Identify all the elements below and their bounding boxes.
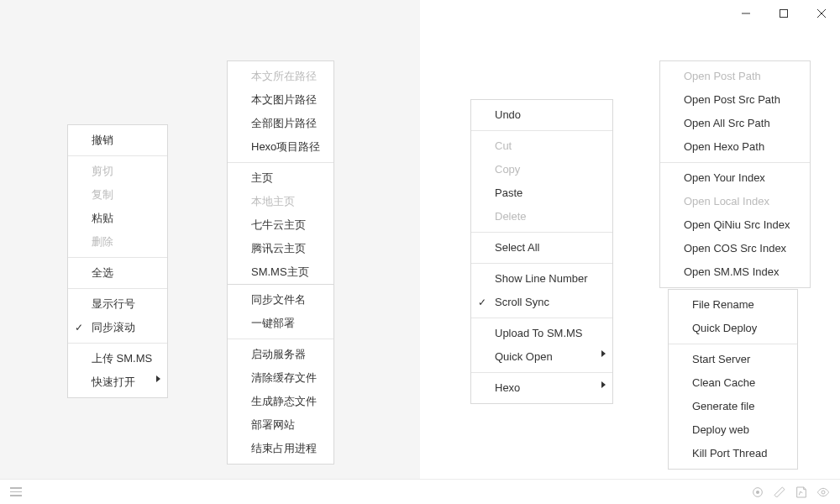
menu-item-open-local-index[interactable]: Open Local Index bbox=[660, 190, 810, 213]
context-menu-cn-deploy: 同步文件名 一键部署 启动服务器 清除缓存文件 生成静态文件 部署网站 结束占用… bbox=[227, 284, 334, 465]
menu-item-show-line-number[interactable]: Show Line Number bbox=[471, 267, 612, 291]
menu-item-open-your-index[interactable]: Open Your Index bbox=[660, 166, 810, 190]
menu-separator bbox=[471, 372, 612, 373]
menu-item-show-line-number[interactable]: 显示行号 bbox=[68, 292, 167, 316]
menu-separator bbox=[471, 232, 612, 233]
menu-item-open-post-src-path[interactable]: 本文图片路径 bbox=[228, 88, 333, 112]
menu-item-cut[interactable]: Cut bbox=[471, 134, 612, 158]
menu-item-open-cos-index[interactable]: 腾讯云主页 bbox=[228, 237, 333, 260]
menu-item-open-hexo-path[interactable]: Open Hexo Path bbox=[660, 135, 810, 159]
menu-item-copy[interactable]: 复制 bbox=[68, 183, 167, 207]
menu-item-open-smms-index[interactable]: SM.MS主页 bbox=[228, 260, 333, 284]
left-panel bbox=[0, 0, 420, 504]
status-bar bbox=[0, 479, 840, 504]
menu-item-generate-file[interactable]: 生成静态文件 bbox=[228, 390, 333, 413]
hamburger-icon[interactable] bbox=[10, 487, 22, 496]
menu-item-label: Hexo bbox=[495, 381, 520, 394]
eye-icon[interactable] bbox=[816, 486, 830, 499]
menu-item-delete[interactable]: 删除 bbox=[68, 230, 167, 254]
menu-item-open-local-index[interactable]: 本地主页 bbox=[228, 190, 333, 213]
menu-separator bbox=[228, 162, 333, 163]
menu-item-undo[interactable]: Undo bbox=[471, 103, 612, 127]
menu-item-quick-open[interactable]: 快速打开 bbox=[68, 370, 167, 394]
menu-item-open-post-path[interactable]: Open Post Path bbox=[660, 65, 810, 88]
menu-item-scroll-sync[interactable]: ✓ Scroll Sync bbox=[471, 291, 612, 314]
chevron-right-icon bbox=[601, 350, 606, 357]
menu-item-open-post-path[interactable]: 本文所在路径 bbox=[228, 65, 333, 88]
context-menu-cn-edit: 撤销 剪切 复制 粘贴 删除 全选 显示行号 ✓ 同步滚动 上传 SM.MS 快… bbox=[67, 124, 168, 398]
menu-item-open-qiniu-index[interactable]: Open QiNiu Src Index bbox=[660, 213, 810, 237]
context-menu-en-paths: Open Post Path Open Post Src Path Open A… bbox=[659, 60, 811, 288]
menu-item-open-hexo-path[interactable]: Hexo项目路径 bbox=[228, 135, 333, 159]
menu-item-paste[interactable]: 粘贴 bbox=[68, 207, 167, 230]
close-button[interactable] bbox=[802, 0, 840, 27]
menu-item-open-all-src-path[interactable]: 全部图片路径 bbox=[228, 112, 333, 135]
menu-separator bbox=[471, 263, 612, 264]
menu-separator bbox=[68, 257, 167, 258]
menu-item-label: Scroll Sync bbox=[495, 296, 549, 308]
svg-rect-1 bbox=[780, 10, 787, 18]
menu-item-kill-port[interactable]: 结束占用进程 bbox=[228, 437, 333, 460]
window-controls bbox=[727, 0, 840, 27]
menu-item-paste[interactable]: Paste bbox=[471, 181, 612, 205]
note-icon[interactable] bbox=[795, 486, 808, 499]
menu-item-label: 快速打开 bbox=[92, 375, 135, 388]
menu-item-open-post-src-path[interactable]: Open Post Src Path bbox=[660, 88, 810, 112]
menu-separator bbox=[471, 130, 612, 131]
svg-point-5 bbox=[756, 491, 759, 494]
menu-separator bbox=[228, 339, 333, 339]
menu-item-deploy-web[interactable]: Deploy web bbox=[669, 418, 797, 442]
menu-item-file-rename[interactable]: File Rename bbox=[669, 293, 797, 317]
menu-separator bbox=[471, 318, 612, 318]
menu-item-open-cos-index[interactable]: Open COS Src Index bbox=[660, 237, 810, 260]
menu-separator bbox=[660, 162, 810, 163]
check-icon: ✓ bbox=[478, 294, 486, 311]
menu-item-cut[interactable]: 剪切 bbox=[68, 160, 167, 183]
menu-separator bbox=[68, 155, 167, 156]
edit-icon[interactable] bbox=[773, 486, 786, 499]
menu-item-clean-cache[interactable]: Clean Cache bbox=[669, 371, 797, 395]
menu-item-generate-file[interactable]: Generate file bbox=[669, 395, 797, 418]
menu-item-label: Quick Open bbox=[495, 350, 553, 363]
menu-item-open-all-src-path[interactable]: Open All Src Path bbox=[660, 112, 810, 135]
menu-item-select-all[interactable]: 全选 bbox=[68, 261, 167, 285]
menu-item-hexo[interactable]: Hexo bbox=[471, 376, 612, 400]
check-icon: ✓ bbox=[75, 319, 83, 336]
menu-item-quick-deploy[interactable]: Quick Deploy bbox=[669, 317, 797, 340]
menu-item-quick-open[interactable]: Quick Open bbox=[471, 345, 612, 369]
svg-point-6 bbox=[822, 491, 825, 494]
menu-item-start-server[interactable]: 启动服务器 bbox=[228, 343, 333, 366]
menu-item-copy[interactable]: Copy bbox=[471, 158, 612, 181]
menu-item-select-all[interactable]: Select All bbox=[471, 236, 612, 260]
menu-item-deploy-web[interactable]: 部署网站 bbox=[228, 413, 333, 437]
menu-item-open-smms-index[interactable]: Open SM.MS Index bbox=[660, 260, 810, 284]
menu-item-clean-cache[interactable]: 清除缓存文件 bbox=[228, 366, 333, 390]
menu-separator bbox=[68, 288, 167, 289]
menu-item-open-qiniu-index[interactable]: 七牛云主页 bbox=[228, 213, 333, 237]
menu-item-undo[interactable]: 撤销 bbox=[68, 129, 167, 152]
menu-item-start-server[interactable]: Start Server bbox=[669, 348, 797, 371]
chevron-right-icon bbox=[601, 381, 606, 388]
menu-separator bbox=[68, 343, 167, 344]
context-menu-en-edit: Undo Cut Copy Paste Delete Select All Sh… bbox=[470, 99, 613, 404]
maximize-button[interactable] bbox=[764, 0, 802, 27]
context-menu-en-deploy: File Rename Quick Deploy Start Server Cl… bbox=[668, 289, 798, 470]
menu-item-quick-deploy[interactable]: 一键部署 bbox=[228, 312, 333, 335]
target-icon[interactable] bbox=[751, 486, 764, 499]
menu-separator bbox=[669, 344, 797, 344]
minimize-button[interactable] bbox=[727, 0, 764, 27]
menu-item-kill-port[interactable]: Kill Port Thread bbox=[669, 442, 797, 465]
menu-item-scroll-sync[interactable]: ✓ 同步滚动 bbox=[68, 316, 167, 339]
menu-item-label: 同步滚动 bbox=[92, 321, 135, 333]
menu-item-upload-smms[interactable]: Upload To SM.MS bbox=[471, 322, 612, 345]
menu-item-open-your-index[interactable]: 主页 bbox=[228, 166, 333, 190]
menu-item-upload-smms[interactable]: 上传 SM.MS bbox=[68, 347, 167, 370]
context-menu-cn-paths: 本文所在路径 本文图片路径 全部图片路径 Hexo项目路径 主页 本地主页 七牛… bbox=[227, 60, 334, 288]
menu-item-delete[interactable]: Delete bbox=[471, 205, 612, 228]
chevron-right-icon bbox=[156, 375, 160, 382]
menu-item-file-rename[interactable]: 同步文件名 bbox=[228, 288, 333, 312]
